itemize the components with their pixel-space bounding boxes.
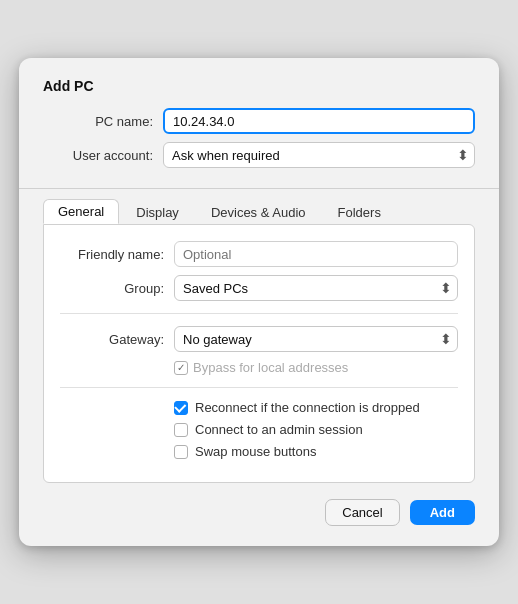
group-row: Group: Saved PCs No group ⬍ bbox=[60, 275, 458, 301]
admin-session-row: Connect to an admin session bbox=[60, 422, 458, 437]
add-pc-dialog: Add PC PC name: User account: Ask when r… bbox=[19, 58, 499, 546]
pc-name-row: PC name: bbox=[43, 108, 475, 134]
friendly-name-row: Friendly name: bbox=[60, 241, 458, 267]
group-label: Group: bbox=[60, 281, 164, 296]
admin-session-checkbox[interactable] bbox=[174, 423, 188, 437]
friendly-name-input[interactable] bbox=[174, 241, 458, 267]
reconnect-label: Reconnect if the connection is dropped bbox=[195, 400, 420, 415]
bypass-label: Bypass for local addresses bbox=[193, 360, 348, 375]
user-account-select[interactable]: Ask when required Ask required when Add … bbox=[163, 142, 475, 168]
bypass-row: Bypass for local addresses bbox=[60, 360, 458, 375]
group-select-wrapper: Saved PCs No group ⬍ bbox=[174, 275, 458, 301]
pc-name-label: PC name: bbox=[43, 114, 153, 129]
tab-general[interactable]: General bbox=[43, 199, 119, 224]
tab-content-general: Friendly name: Group: Saved PCs No group… bbox=[43, 224, 475, 483]
user-account-wrapper: Ask when required Ask required when Add … bbox=[163, 142, 475, 168]
admin-session-label: Connect to an admin session bbox=[195, 422, 363, 437]
section-divider-1 bbox=[60, 313, 458, 314]
gateway-select-wrapper: No gateway Add gateway... ⬍ bbox=[174, 326, 458, 352]
bypass-checkbox[interactable] bbox=[174, 361, 188, 375]
top-form: PC name: User account: Ask when required… bbox=[19, 108, 499, 188]
tab-display[interactable]: Display bbox=[121, 200, 194, 224]
gateway-row: Gateway: No gateway Add gateway... ⬍ bbox=[60, 326, 458, 352]
reconnect-row: Reconnect if the connection is dropped bbox=[60, 400, 458, 415]
bottom-bar: Cancel Add bbox=[19, 483, 499, 526]
tab-devices-audio[interactable]: Devices & Audio bbox=[196, 200, 321, 224]
group-select[interactable]: Saved PCs No group bbox=[174, 275, 458, 301]
user-account-label: User account: bbox=[43, 148, 153, 163]
tab-folders[interactable]: Folders bbox=[323, 200, 396, 224]
swap-mouse-label: Swap mouse buttons bbox=[195, 444, 316, 459]
swap-mouse-row: Swap mouse buttons bbox=[60, 444, 458, 459]
gateway-label: Gateway: bbox=[60, 332, 164, 347]
user-account-row: User account: Ask when required Ask requ… bbox=[43, 142, 475, 168]
pc-name-input[interactable] bbox=[163, 108, 475, 134]
swap-mouse-checkbox[interactable] bbox=[174, 445, 188, 459]
add-button[interactable]: Add bbox=[410, 500, 475, 525]
dialog-title: Add PC bbox=[19, 78, 499, 108]
section-divider-2 bbox=[60, 387, 458, 388]
gateway-select[interactable]: No gateway Add gateway... bbox=[174, 326, 458, 352]
reconnect-checkbox[interactable] bbox=[174, 401, 188, 415]
friendly-name-label: Friendly name: bbox=[60, 247, 164, 262]
tabs-bar: General Display Devices & Audio Folders bbox=[19, 189, 499, 224]
cancel-button[interactable]: Cancel bbox=[325, 499, 399, 526]
